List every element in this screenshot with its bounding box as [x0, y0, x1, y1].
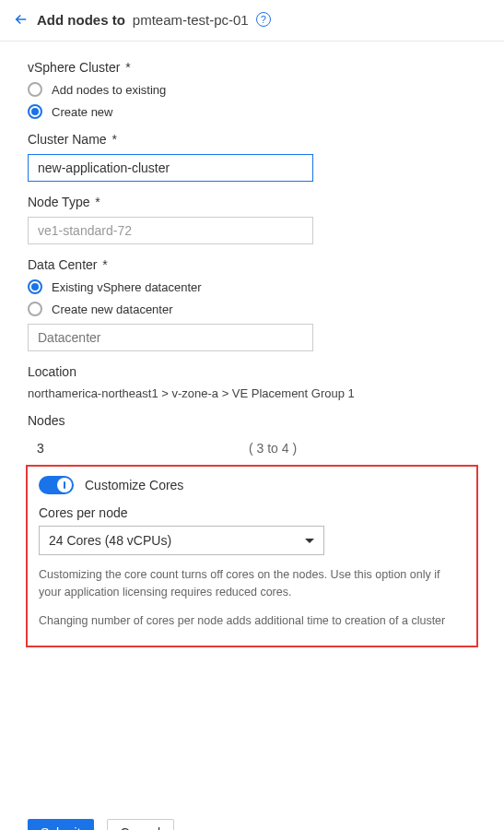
cores-per-node-value: 24 Cores (48 vCPUs)	[49, 533, 171, 548]
form-footer: Submit Cancel	[0, 804, 504, 830]
cores-help-text-1: Customizing the core count turns off cor…	[39, 566, 465, 601]
customize-cores-toggle[interactable]	[39, 476, 74, 494]
page-header: Add nodes to pmteam-test-pc-01 ?	[0, 0, 504, 42]
radio-icon	[28, 82, 42, 97]
radio-existing-datacenter[interactable]: Existing vSphere datacenter	[28, 279, 476, 294]
cluster-name-input[interactable]	[28, 154, 313, 182]
customize-cores-section: Customize Cores Cores per node 24 Cores …	[26, 465, 478, 647]
page-title-target: pmteam-test-pc-01	[133, 12, 249, 28]
nodes-range: ( 3 to 4 )	[249, 441, 297, 456]
radio-icon	[28, 279, 42, 294]
toggle-knob-icon	[57, 478, 72, 492]
cluster-name-label: Cluster Name *	[28, 132, 476, 147]
page-title-prefix: Add nodes to	[37, 12, 125, 28]
cancel-button[interactable]: Cancel	[107, 819, 175, 830]
node-type-input	[28, 217, 313, 244]
radio-create-new-datacenter[interactable]: Create new datacenter	[28, 302, 476, 316]
radio-icon	[28, 302, 42, 316]
datacenter-input[interactable]	[28, 324, 313, 351]
vsphere-cluster-label: vSphere Cluster *	[28, 60, 476, 75]
submit-button[interactable]: Submit	[28, 819, 94, 830]
cores-help-text-2: Changing number of cores per node adds a…	[39, 612, 465, 630]
data-center-label: Data Center *	[28, 257, 476, 272]
cores-per-node-select[interactable]: 24 Cores (48 vCPUs)	[39, 526, 324, 555]
radio-add-to-existing[interactable]: Add nodes to existing	[28, 82, 476, 97]
nodes-value[interactable]: 3	[28, 441, 175, 456]
customize-cores-toggle-label: Customize Cores	[85, 478, 183, 492]
help-icon[interactable]: ?	[256, 12, 271, 27]
back-arrow-icon[interactable]	[13, 11, 29, 28]
add-nodes-form: vSphere Cluster * Add nodes to existing …	[0, 42, 504, 647]
cores-per-node-label: Cores per node	[39, 505, 465, 520]
nodes-label: Nodes	[28, 413, 476, 428]
location-value: northamerica-northeast1 > v-zone-a > VE …	[28, 386, 476, 400]
chevron-down-icon	[305, 539, 314, 543]
nodes-row: 3 ( 3 to 4 )	[28, 435, 476, 461]
radio-icon	[28, 104, 42, 119]
node-type-label: Node Type *	[28, 195, 476, 209]
location-label: Location	[28, 364, 476, 379]
radio-create-new[interactable]: Create new	[28, 104, 476, 119]
customize-cores-toggle-row: Customize Cores	[39, 476, 465, 494]
